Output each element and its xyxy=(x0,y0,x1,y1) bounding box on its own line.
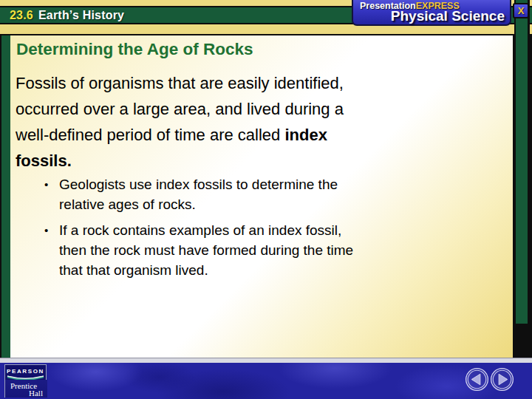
next-slide-button[interactable] xyxy=(490,367,514,392)
paragraph-line: well-defined period of time are called i… xyxy=(16,122,344,148)
previous-slide-button[interactable] xyxy=(465,367,489,392)
paragraph-line: occurred over a large area, and lived du… xyxy=(16,96,344,122)
bullet-list: • Geologists use index fossils to determ… xyxy=(44,174,353,286)
lesson-title: Earth’s History xyxy=(38,9,124,22)
bullet-text: Geologists use index fossils to determin… xyxy=(59,174,338,214)
close-button[interactable]: X xyxy=(513,3,529,18)
list-item: • Geologists use index fossils to determ… xyxy=(44,174,353,214)
close-icon: X xyxy=(518,6,525,16)
slide-title: Determining the Age of Rocks xyxy=(16,40,253,59)
footer-bar: PEARSON Prentice Hall xyxy=(0,363,532,399)
slide-left-green-bar xyxy=(1,35,10,358)
footer-divider xyxy=(0,358,532,363)
definition-paragraph: Fossils of organisms that are easily ide… xyxy=(16,70,344,174)
slide-panel: Determining the Age of Rocks Fossils of … xyxy=(0,34,532,358)
list-item: • If a rock contains examples of an inde… xyxy=(44,220,353,280)
bullet-icon: • xyxy=(44,220,59,280)
imprint-line2: Hall xyxy=(29,389,43,398)
presentation-window: 23.6 Earth’s History PresentationEXPRESS… xyxy=(0,0,532,399)
presentation-express-logo: PresentationEXPRESS Physical Science xyxy=(352,0,511,26)
pearson-logo: PEARSON Prentice Hall xyxy=(4,364,47,398)
slide-content: Determining the Age of Rocks Fossils of … xyxy=(10,35,513,358)
back-icon xyxy=(465,367,489,392)
paragraph-line: Fossils of organisms that are easily ide… xyxy=(16,70,344,96)
paragraph-line: fossils. xyxy=(16,148,344,174)
slide-right-green-bar xyxy=(514,0,530,324)
prentice-hall-imprint: Prentice Hall xyxy=(5,380,47,398)
brand-subject: Physical Science xyxy=(391,8,505,24)
forward-icon xyxy=(490,367,514,392)
bullet-icon: • xyxy=(44,174,59,214)
lesson-number: 23.6 xyxy=(10,9,33,22)
pearson-name: PEARSON xyxy=(5,368,46,375)
bullet-text: If a rock contains examples of an index … xyxy=(59,220,353,280)
